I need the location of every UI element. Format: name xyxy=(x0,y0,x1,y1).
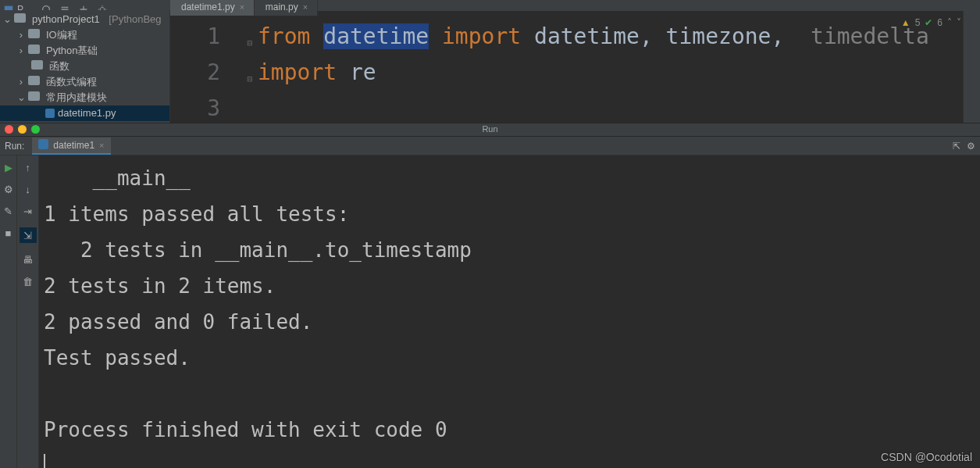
fold-marker-icon[interactable]: ⊟ xyxy=(247,25,258,61)
up-icon[interactable]: ↑ xyxy=(23,162,34,173)
softwrap-icon[interactable]: ⇥ xyxy=(23,205,34,216)
folder-icon xyxy=(28,43,43,59)
close-icon[interactable]: × xyxy=(240,2,248,12)
console-output[interactable]: __main__ 1 items passed all tests: 2 tes… xyxy=(39,155,980,468)
fold-gutter: ⊟ ⊟ xyxy=(247,11,258,122)
edit-icon[interactable]: ✎ xyxy=(3,205,14,216)
print-icon[interactable]: 🖶 xyxy=(23,254,34,265)
tab-main[interactable]: main.py × xyxy=(255,0,318,16)
python-config-icon xyxy=(38,139,48,152)
down-icon[interactable]: ↓ xyxy=(23,184,34,195)
chevron-right-icon[interactable]: › xyxy=(17,74,25,90)
cursor xyxy=(44,454,45,468)
folder-icon xyxy=(28,74,43,90)
run-side-toolbar-1: ▶ ⚙ ✎ ■ xyxy=(0,155,17,468)
line-number-gutter: 1 2 3 xyxy=(170,11,247,122)
tree-file-selected[interactable]: datetime1.py xyxy=(0,105,169,121)
run-label: Run: xyxy=(5,141,24,152)
folder-icon xyxy=(28,90,43,105)
tree-folder[interactable]: ›IO编程 xyxy=(0,27,169,43)
python-file-icon xyxy=(45,109,55,118)
editor-tabs: datetime1.py × main.py × xyxy=(170,0,318,16)
tree-root[interactable]: ⌄ pythonProject1 [PythonBeg xyxy=(0,12,169,27)
folder-icon xyxy=(31,59,46,74)
warning-icon: ▲ xyxy=(901,17,911,28)
chevron-up-icon[interactable]: ˄ xyxy=(947,17,952,28)
check-icon: ✔ xyxy=(925,17,932,28)
project-tree[interactable]: ⌄ pythonProject1 [PythonBeg ›IO编程 ›Pytho… xyxy=(0,10,169,121)
scroll-end-icon[interactable]: ⇲ xyxy=(20,227,37,243)
close-icon[interactable]: × xyxy=(99,141,104,150)
run-side-toolbar-2: ↑ ↓ ⇥ ⇲ 🖶 🗑 xyxy=(17,155,39,468)
run-window-title: Run xyxy=(0,122,980,136)
fold-marker-icon[interactable]: ⊟ xyxy=(247,61,258,97)
folder-icon xyxy=(28,27,43,43)
tab-datetime1[interactable]: datetime1.py × xyxy=(170,0,255,16)
layout-icon[interactable]: ⇱ xyxy=(953,141,960,152)
gear-icon[interactable]: ⚙ xyxy=(967,141,975,152)
pin-icon[interactable]: ■ xyxy=(3,227,14,238)
chevron-right-icon[interactable]: › xyxy=(17,43,25,59)
close-icon[interactable]: × xyxy=(303,2,311,12)
tree-folder[interactable]: 函数 xyxy=(0,59,169,74)
chevron-down-icon[interactable]: ⌄ xyxy=(3,12,11,27)
run-tab-datetime1[interactable]: datetime1 × xyxy=(32,138,110,155)
chevron-right-icon[interactable]: › xyxy=(17,27,25,43)
watermark: CSDN @Ocodotial xyxy=(881,451,972,463)
tree-folder[interactable]: ›函数式编程 xyxy=(0,74,169,90)
wrench-icon[interactable]: ⚙ xyxy=(3,184,14,195)
run-icon[interactable]: ▶ xyxy=(3,162,14,173)
chevron-down-icon[interactable]: ˅ xyxy=(957,17,961,28)
tree-folder[interactable]: ⌄常用内建模块 xyxy=(0,90,169,105)
code-body[interactable]: from datetime import datetime, timezone,… xyxy=(258,11,963,122)
chevron-down-icon[interactable]: ⌄ xyxy=(17,90,25,105)
folder-icon xyxy=(14,12,29,27)
run-toolwindow-body: ▶ ⚙ ✎ ■ ↑ ↓ ⇥ ⇲ 🖶 🗑 __main__ 1 items pas… xyxy=(0,155,980,468)
run-toolwindow-header: Run: datetime1 × ⇱ ⚙ xyxy=(0,137,980,155)
editor[interactable]: 1 2 3 ⊟ ⊟ from datetime import datetime,… xyxy=(170,11,963,122)
tree-folder[interactable]: ›Python基础 xyxy=(0,43,169,59)
trash-icon[interactable]: 🗑 xyxy=(23,276,34,287)
inspection-widget[interactable]: ▲ 5 ✔ 6 ˄ ˅ xyxy=(901,17,961,28)
